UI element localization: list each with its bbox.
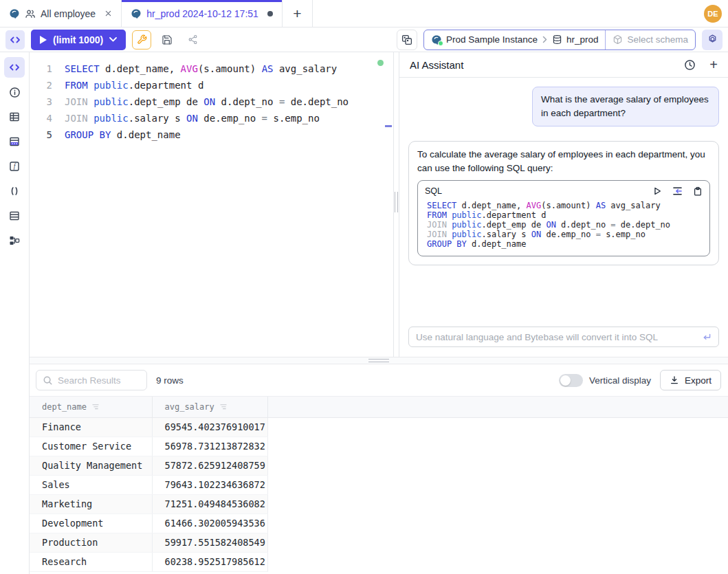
postgres-icon [131,8,142,19]
column-header[interactable]: avg_salary [152,397,267,417]
filler-cell [267,494,728,514]
save-sheet-button[interactable] [157,30,177,49]
avg-salary-cell[interactable]: 57872.625912408759 [152,456,267,475]
dept-name-cell[interactable]: Research [30,552,152,571]
avg-salary-cell[interactable]: 79643.102234636872 [152,475,267,494]
tab-label: All employee [41,8,96,19]
batch-query-button[interactable] [397,30,417,50]
schema-placeholder: Select schema [627,34,688,45]
parentheses-icon [9,186,20,197]
avg-salary-cell[interactable]: 60238.952517985612 [152,552,267,571]
ai-chat-area: What is the average salary of employees … [399,78,728,327]
filler-cell [267,475,728,494]
chat-history-button[interactable] [684,59,696,71]
vertical-resize-handle[interactable] [394,52,399,357]
dept-name-cell[interactable]: Marketing [30,494,152,514]
function-icon: f [9,161,20,172]
run-play-icon [652,186,662,196]
export-button[interactable]: Export [660,370,721,390]
run-query-button[interactable]: (limit 1000) [31,30,126,50]
openai-icon [707,34,718,45]
cube-icon [613,34,623,45]
avg-salary-cell[interactable]: 69545.402376910017 [152,417,267,437]
schema-selector[interactable]: Select schema [606,30,695,49]
line-number: 2 [30,77,52,93]
vertical-display-toggle[interactable] [559,374,583,387]
ai-assistant-toggle-button[interactable] [702,30,723,50]
new-chat-button[interactable]: + [709,58,718,71]
table-data-icon [9,136,20,147]
table-row: Quality Management57872.625912408759 [30,456,728,475]
sidebar-item-schema-diagram[interactable] [4,230,25,251]
new-tab-button[interactable]: + [283,0,313,27]
ai-code-line: GROUP BY d.dept_name [427,239,703,249]
ai-prompt-input[interactable] [416,332,696,342]
editor-line[interactable]: 4JOIN public.salary s ON de.emp_no = s.e… [30,110,393,126]
editor-toolbar: (limit 1000) Prod Sample Instance hr_pro [0,27,728,52]
editor-line[interactable]: 5GROUP BY d.dept_name [30,126,393,143]
avg-salary-cell[interactable]: 56978.731213872832 [152,437,267,456]
sql-editor-app: All employee hr_prod 2024-10-12 17:51 + … [0,0,728,574]
dept-name-cell[interactable]: Finance [30,417,152,437]
dept-name-cell[interactable]: Sales [30,475,152,494]
svg-text:f: f [14,163,16,170]
editor-line[interactable]: 3JOIN public.dept_emp de ON d.dept_no = … [30,93,393,110]
sidebar-item-views[interactable] [4,206,25,226]
close-icon[interactable] [104,10,112,17]
dept-name-cell[interactable]: Customer Service [30,437,152,456]
user-message-bubble: What is the average salary of employees … [532,87,719,126]
column-label: avg_salary [165,402,214,412]
results-search-input[interactable] [58,375,140,386]
vertical-display-group: Vertical display [559,374,651,387]
connection-selector[interactable]: Prod Sample Instance hr_prod Select sche… [423,30,696,50]
ai-code-line: JOIN public.dept_emp de ON d.dept_no = d… [427,220,703,230]
dept-name-cell[interactable]: Development [30,514,152,533]
filler-cell [267,533,728,552]
sidebar-item-info[interactable] [4,82,25,102]
copy-code-button[interactable] [693,186,703,197]
share-button[interactable] [183,30,202,49]
vertical-display-label: Vertical display [589,375,651,386]
sidebar-item-procedures[interactable] [4,181,25,201]
ai-code-line: JOIN public.salary s ON de.emp_no = s.em… [427,230,703,239]
sidebar-item-table-data[interactable] [4,131,25,152]
tab-all-employee[interactable]: All employee [0,0,122,27]
filler-cell [267,437,728,456]
sort-icon [91,404,100,410]
dept-name-cell[interactable]: Quality Management [30,456,152,475]
unsaved-dot [267,11,273,16]
sql-editor[interactable]: 1SELECT d.dept_name, AVG(s.amount) AS av… [30,52,394,357]
ai-assistant-panel: AI Assistant + What is the average salar… [399,52,728,357]
editor-line[interactable]: 2FROM public.department d [30,77,393,93]
run-code-button[interactable] [652,186,662,196]
drag-grip-icon [395,192,398,212]
code-panel-toggle-button[interactable] [5,30,25,49]
drag-grip-icon [368,359,389,362]
tab-label: hr_prod 2024-10-12 17:51 [146,8,258,19]
dept-name-cell[interactable]: Production [30,533,152,552]
filler-cell [267,552,728,571]
table-row: Marketing71251.049484536082 [30,494,728,514]
avg-salary-cell[interactable]: 59917.551582408549 [152,533,267,552]
user-avatar[interactable]: DE [704,5,722,23]
format-sql-button[interactable] [132,30,151,49]
run-label: (limit 1000) [53,34,103,45]
editor-line[interactable]: 1SELECT d.dept_name, AVG(s.amount) AS av… [30,60,393,77]
info-icon [9,87,21,98]
submit-return-icon[interactable] [701,333,712,342]
ai-assistant-title: AI Assistant [410,59,684,71]
filler-cell [267,514,728,533]
insert-into-editor-button[interactable] [672,186,683,196]
avg-salary-cell[interactable]: 71251.049484536082 [152,494,267,514]
sidebar-item-worksheet[interactable] [4,57,25,78]
results-header-row: dept_nameavg_salary [30,397,728,417]
sidebar-item-tables[interactable] [4,107,25,127]
ai-input-row [399,327,728,357]
column-label: dept_name [42,402,87,412]
tab-hr-prod[interactable]: hr_prod 2024-10-12 17:51 [122,0,283,27]
instance-database-selector[interactable]: Prod Sample Instance hr_prod [424,30,605,49]
sidebar-item-functions[interactable]: f [4,156,25,177]
avg-salary-cell[interactable]: 61466.302005943536 [152,514,267,533]
column-header[interactable]: dept_name [30,397,152,417]
horizontal-resize-handle[interactable] [30,357,728,364]
